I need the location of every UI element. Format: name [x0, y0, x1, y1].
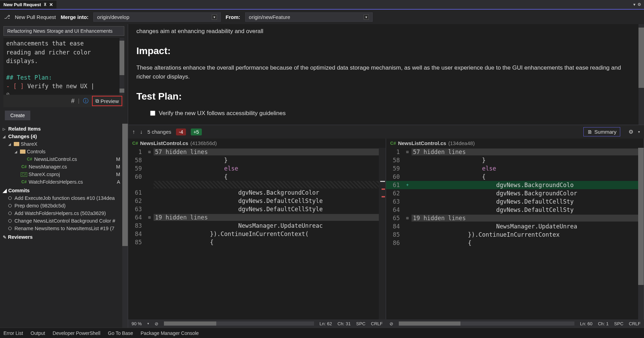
- right-panel: changes aim at enhancing readability and…: [128, 24, 644, 328]
- chevron-down-icon[interactable]: ▾: [212, 14, 217, 20]
- line-ending[interactable]: CRLF: [629, 321, 641, 326]
- minimap-left[interactable]: [379, 148, 386, 319]
- chevron-down-icon[interactable]: ▾: [638, 130, 640, 134]
- bottombar-pmc[interactable]: Package Manager Console: [141, 330, 199, 336]
- related-items-header[interactable]: ▷Related Items: [3, 125, 125, 133]
- commit-row[interactable]: Add WatchFoldersHelpers.cs (502a3629): [3, 209, 125, 217]
- document-icon: 🗎: [587, 129, 592, 135]
- diff-toolbar: ↑ ↓ 5 changes -4 +5 🗎 Summary ⚙ ▾: [128, 125, 644, 139]
- bottombar-output[interactable]: Output: [31, 330, 45, 336]
- folder-icon: [14, 142, 19, 146]
- description-preview: changes aim at enhancing readability and…: [128, 24, 638, 125]
- bottombar-powershell[interactable]: Developer PowerShell: [53, 330, 101, 336]
- file-row[interactable]: C#ShareX.csprojM: [3, 171, 125, 178]
- dropdown-icon[interactable]: ▾: [633, 2, 635, 7]
- indent-mode[interactable]: SPC: [356, 321, 365, 326]
- commit-row[interactable]: Add ExecuteJob function closes #10 (134d…: [3, 194, 125, 202]
- separator: |: [78, 98, 79, 104]
- code-left[interactable]: 1⊞57 hidden lines 58 } 59 else 60 { 61 d…: [128, 148, 379, 319]
- preview-scrollbar[interactable]: [638, 24, 644, 125]
- file-name: NewsListControl.cs: [398, 140, 446, 146]
- col-number: Ch: 31: [337, 321, 351, 326]
- commit-dot-icon: [8, 204, 12, 207]
- bottombar-error-list[interactable]: Error List: [3, 330, 23, 336]
- preview-paragraph: These alterations enhance the overall pe…: [136, 63, 630, 82]
- pr-description-editor[interactable]: enhancements that ease reading and riche…: [3, 38, 124, 95]
- copilot-icon[interactable]: ⊘: [6, 92, 122, 95]
- checklist-checkbox[interactable]: [150, 111, 155, 116]
- file-row[interactable]: C#NewsListControl.csM: [3, 155, 125, 163]
- code-right[interactable]: 1⊞57 hidden lines 58 } 59 else 60 { 61+ …: [386, 148, 638, 319]
- next-change-icon[interactable]: ↓: [140, 129, 143, 135]
- merge-into-dropdown[interactable]: origin/develop ▾: [93, 12, 221, 22]
- from-dropdown[interactable]: origin/newFeature ▾: [245, 12, 373, 22]
- no-issues-icon[interactable]: ⊘: [155, 321, 158, 326]
- prev-change-icon[interactable]: ↑: [132, 129, 135, 135]
- desc-checklist: - [ ] Verify the new UX |: [6, 82, 122, 91]
- info-icon[interactable]: ⓘ: [83, 98, 89, 105]
- bottombar-gotobase[interactable]: Go To Base: [108, 330, 133, 336]
- editor-toolbar: # | ⓘ ⧉ Preview: [3, 95, 124, 107]
- file-row[interactable]: C#WatchFoldersHelpers.csA: [3, 178, 125, 186]
- merge-into-label: Merge into:: [61, 14, 89, 20]
- commits-header[interactable]: ◢Commits: [3, 186, 125, 194]
- csharp-icon: C#: [21, 180, 27, 184]
- titlebar-right: ▾ ⚙: [633, 2, 644, 7]
- no-issues-icon[interactable]: ⊘: [389, 321, 393, 326]
- preview-label: Preview: [101, 98, 119, 104]
- line-number: Ln: 60: [580, 321, 592, 326]
- chevron-down-icon[interactable]: ▾: [147, 322, 149, 325]
- diff-scrollbar[interactable]: [638, 148, 644, 319]
- csproj-icon: C#: [21, 172, 27, 177]
- hscrollbar[interactable]: [399, 321, 574, 326]
- diff-status-left: 90 % ▾ ⊘ Ln: 62 Ch: 31 SPC CRLF: [128, 319, 386, 328]
- file-name: NewsListControl.cs: [140, 140, 188, 146]
- preview-icon: ⧉: [95, 98, 99, 104]
- create-button[interactable]: Create: [5, 111, 30, 120]
- hash-icon[interactable]: #: [71, 98, 74, 105]
- preview-button[interactable]: ⧉ Preview: [92, 96, 122, 106]
- commit-row[interactable]: Prep demo (982bdc5d): [3, 202, 125, 209]
- gear-icon[interactable]: ⚙: [629, 129, 633, 135]
- desc-heading: ## Test Plan:: [6, 73, 122, 82]
- csharp-icon: C#: [390, 141, 396, 146]
- commit-dot-icon: [8, 219, 12, 223]
- preview-paragraph: changes aim at enhancing readability and…: [136, 27, 630, 36]
- chevron-down-icon[interactable]: ▾: [364, 14, 369, 20]
- desc-scrollbar[interactable]: [120, 38, 124, 95]
- folder-sharex[interactable]: ◢ShareX: [3, 140, 125, 148]
- preview-heading-impact: Impact:: [136, 43, 630, 58]
- file-row[interactable]: C#NewsManager.csM: [3, 163, 125, 171]
- line-ending[interactable]: CRLF: [371, 321, 383, 326]
- changes-header[interactable]: ◢Changes (4): [3, 133, 125, 140]
- changes-count: 5 changes: [147, 129, 171, 135]
- diff-panes: C# NewsListControl.cs (4136b56d) 1⊞57 hi…: [128, 139, 644, 319]
- pr-title-input[interactable]: [3, 26, 124, 36]
- hscrollbar[interactable]: [164, 321, 314, 326]
- reviewers-header[interactable]: ✎Reviewers: [3, 232, 125, 241]
- commit-row[interactable]: Rename NewsItems to NewsItemsList #19 (7: [3, 225, 125, 232]
- summary-button[interactable]: 🗎 Summary: [583, 127, 620, 136]
- pin-icon[interactable]: ⊼: [44, 2, 46, 7]
- zoom-level[interactable]: 90 %: [132, 321, 142, 326]
- close-icon[interactable]: ✕: [49, 2, 53, 7]
- desc-line: enhancements that ease: [6, 39, 122, 48]
- csharp-icon: C#: [132, 141, 138, 146]
- tree-scrollbar[interactable]: [122, 124, 128, 328]
- from-value: origin/newFeature: [249, 14, 290, 20]
- folder-controls[interactable]: ◢Controls: [3, 148, 125, 155]
- commit-row[interactable]: Change NewsListControl Background Color …: [3, 217, 125, 225]
- tab-title: New Pull Request: [3, 2, 41, 7]
- file-hash: (134dea48): [448, 140, 475, 146]
- bottom-bar: Error List Output Developer PowerShell G…: [0, 328, 644, 338]
- deletions-badge: -4: [176, 129, 186, 135]
- changes-tree: ▷Related Items ◢Changes (4) ◢ShareX ◢Con…: [0, 124, 128, 328]
- from-label: From:: [226, 14, 240, 20]
- col-number: Ch: 1: [598, 321, 609, 326]
- commit-dot-icon: [8, 196, 12, 200]
- left-panel: enhancements that ease reading and riche…: [0, 24, 128, 328]
- titlebar-tab[interactable]: New Pull Request ⊼ ✕: [0, 1, 56, 9]
- preview-heading-testplan: Test Plan:: [136, 89, 630, 104]
- gear-icon[interactable]: ⚙: [637, 2, 641, 7]
- indent-mode[interactable]: SPC: [614, 321, 623, 326]
